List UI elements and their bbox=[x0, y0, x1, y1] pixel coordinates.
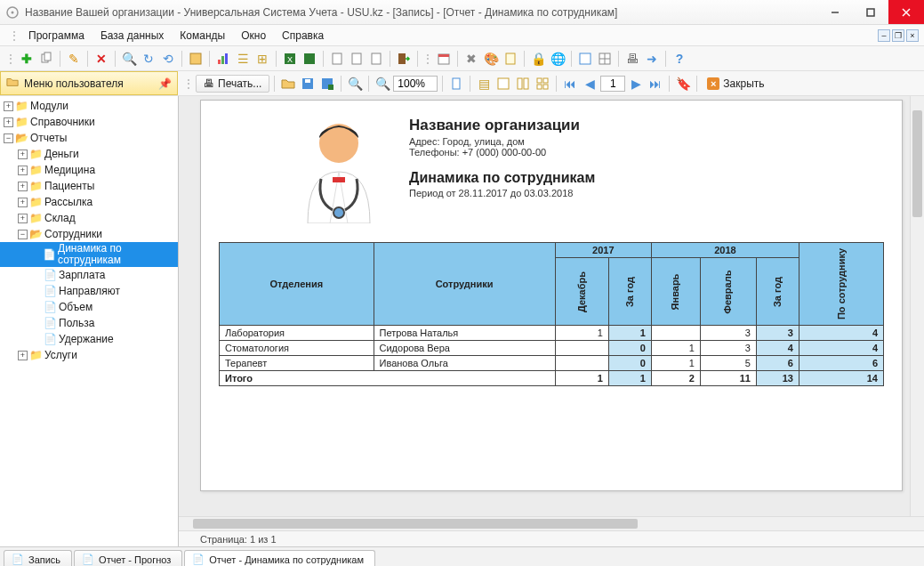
nav-last-icon[interactable]: ⏭ bbox=[647, 75, 664, 93]
print-button[interactable]: 🖶 Печать... bbox=[196, 75, 269, 93]
tree-warehouse[interactable]: +📁Склад bbox=[0, 210, 178, 226]
palette-icon[interactable]: 🎨 bbox=[482, 50, 500, 68]
tree-icon[interactable]: ⊞ bbox=[253, 50, 271, 68]
menu-help[interactable]: Справка bbox=[275, 28, 331, 44]
layout1-icon[interactable]: ▤ bbox=[475, 75, 493, 93]
note-icon[interactable] bbox=[502, 50, 519, 68]
edit-icon[interactable]: ✎ bbox=[65, 50, 83, 68]
tree-retention[interactable]: 📄Удержание bbox=[0, 331, 178, 347]
lock-icon[interactable]: 🔒 bbox=[529, 50, 547, 68]
forward-icon[interactable]: ➜ bbox=[643, 50, 661, 68]
tree-refer[interactable]: 📄Направляют bbox=[0, 283, 178, 299]
tree-modules[interactable]: +📁Модули bbox=[0, 98, 178, 114]
tree-volume[interactable]: 📄Объем bbox=[0, 299, 178, 315]
save-icon[interactable] bbox=[299, 75, 317, 93]
window-icon[interactable] bbox=[576, 50, 594, 68]
clear-filter-icon[interactable]: ⟲ bbox=[159, 50, 177, 68]
menu-window[interactable]: Окно bbox=[234, 28, 273, 44]
exit-door-icon[interactable] bbox=[395, 50, 413, 68]
zoom-input[interactable] bbox=[393, 76, 438, 92]
mdi-close-button[interactable]: × bbox=[906, 29, 919, 42]
fit-page-icon[interactable] bbox=[447, 75, 465, 93]
save-excel-icon[interactable] bbox=[318, 75, 336, 93]
table-row: ТерапевтИванова Ольга 0 15 66 bbox=[220, 356, 884, 371]
grid-icon[interactable] bbox=[596, 50, 614, 68]
horizontal-scrollbar[interactable] bbox=[179, 516, 924, 530]
close-window-button[interactable] bbox=[888, 0, 924, 24]
folder-icon: 📁 bbox=[29, 196, 43, 208]
report-area: Название организации Адрес: Город, улица… bbox=[179, 96, 924, 546]
doc3-icon[interactable] bbox=[367, 50, 385, 68]
svg-rect-20 bbox=[438, 54, 449, 57]
folder-icon bbox=[6, 76, 19, 91]
col-dec: Декабрь bbox=[555, 258, 608, 326]
tree-money[interactable]: +📁Деньги bbox=[0, 146, 178, 162]
layout4-icon[interactable] bbox=[534, 75, 551, 93]
layout2-icon[interactable] bbox=[494, 75, 512, 93]
pin-icon[interactable]: 📌 bbox=[158, 77, 172, 90]
minimize-button[interactable] bbox=[817, 0, 853, 24]
globe-icon[interactable]: 🌐 bbox=[549, 50, 566, 68]
doc2-icon[interactable] bbox=[348, 50, 366, 68]
bookmark-icon[interactable]: 🔖 bbox=[674, 75, 692, 93]
find-icon[interactable]: 🔍 bbox=[346, 75, 364, 93]
page-indicator: Страница: 1 из 1 bbox=[179, 530, 924, 546]
page-input[interactable] bbox=[600, 76, 625, 92]
svg-rect-7 bbox=[44, 53, 51, 61]
svg-rect-35 bbox=[543, 78, 548, 83]
menu-database[interactable]: База данных bbox=[93, 28, 171, 44]
export-icon[interactable] bbox=[301, 50, 318, 68]
copy-icon[interactable] bbox=[37, 50, 55, 68]
org-title: Название организации bbox=[409, 117, 595, 134]
menu-program[interactable]: Программа bbox=[21, 28, 92, 44]
print-icon[interactable]: 🖶 bbox=[623, 50, 641, 68]
tree-dynamics[interactable]: 📄Динамика по сотрудникам bbox=[0, 242, 178, 267]
col-y18: За год bbox=[756, 258, 799, 326]
tree-benefit[interactable]: 📄Польза bbox=[0, 315, 178, 331]
nav-first-icon[interactable]: ⏮ bbox=[561, 75, 579, 93]
usermenu-header[interactable]: Меню пользователя 📌 bbox=[0, 71, 178, 95]
svg-rect-33 bbox=[524, 78, 528, 89]
maximize-button[interactable] bbox=[853, 0, 888, 24]
tab-record[interactable]: 📄Запись bbox=[4, 550, 72, 566]
menu-commands[interactable]: Команды bbox=[173, 28, 232, 44]
open-icon[interactable] bbox=[279, 75, 297, 93]
tab-forecast[interactable]: 📄Отчет - Прогноз bbox=[74, 550, 182, 566]
close-report-button[interactable]: × Закрыть bbox=[702, 76, 769, 92]
tree-reports[interactable]: −📂Отчеты bbox=[0, 130, 178, 146]
add-icon[interactable]: ✚ bbox=[18, 50, 36, 68]
tab-current[interactable]: 📄Отчет - Динамика по сотрудникам bbox=[184, 550, 375, 566]
col-by-emp: По сотруднику bbox=[799, 243, 883, 326]
doc1-icon[interactable] bbox=[328, 50, 346, 68]
vertical-scrollbar[interactable] bbox=[910, 96, 924, 530]
tree-employees[interactable]: −📂Сотрудники bbox=[0, 226, 178, 242]
tree-sprav[interactable]: +📁Справочники bbox=[0, 114, 178, 130]
report-canvas[interactable]: Название организации Адрес: Город, улица… bbox=[179, 96, 924, 516]
mdi-minimize-button[interactable]: – bbox=[878, 29, 890, 42]
folder-icon: 📁 bbox=[15, 116, 28, 128]
export-excel-icon[interactable]: X bbox=[281, 50, 299, 68]
col-jan: Январь bbox=[651, 258, 700, 326]
search-icon[interactable]: 🔍 bbox=[120, 50, 138, 68]
tool1-icon[interactable] bbox=[187, 50, 205, 68]
mdi-restore-button[interactable]: ❐ bbox=[892, 29, 904, 42]
svg-rect-29 bbox=[328, 85, 333, 90]
tree-mailing[interactable]: +📁Рассылка bbox=[0, 194, 178, 210]
layout3-icon[interactable] bbox=[514, 75, 532, 93]
navigation-tree[interactable]: +📁Модули +📁Справочники −📂Отчеты +📁Деньги… bbox=[0, 96, 179, 546]
tree-services[interactable]: +📁Услуги bbox=[0, 347, 178, 363]
tree-medicine[interactable]: +📁Медицина bbox=[0, 162, 178, 178]
delete-icon[interactable]: ✕ bbox=[92, 50, 110, 68]
chart-icon[interactable] bbox=[214, 50, 232, 68]
settings-icon[interactable]: ✖ bbox=[462, 50, 480, 68]
tree-patients[interactable]: +📁Пациенты bbox=[0, 178, 178, 194]
svg-rect-10 bbox=[221, 56, 224, 64]
nav-prev-icon[interactable]: ◀ bbox=[581, 75, 599, 93]
calendar-icon[interactable] bbox=[435, 50, 453, 68]
nav-next-icon[interactable]: ▶ bbox=[627, 75, 645, 93]
help-icon[interactable]: ? bbox=[671, 50, 688, 68]
zoom-icon[interactable]: 🔍 bbox=[374, 75, 391, 93]
tree-salary[interactable]: 📄Зарплата bbox=[0, 267, 178, 283]
list-icon[interactable]: ☰ bbox=[234, 50, 252, 68]
refresh-icon[interactable]: ↻ bbox=[140, 50, 157, 68]
